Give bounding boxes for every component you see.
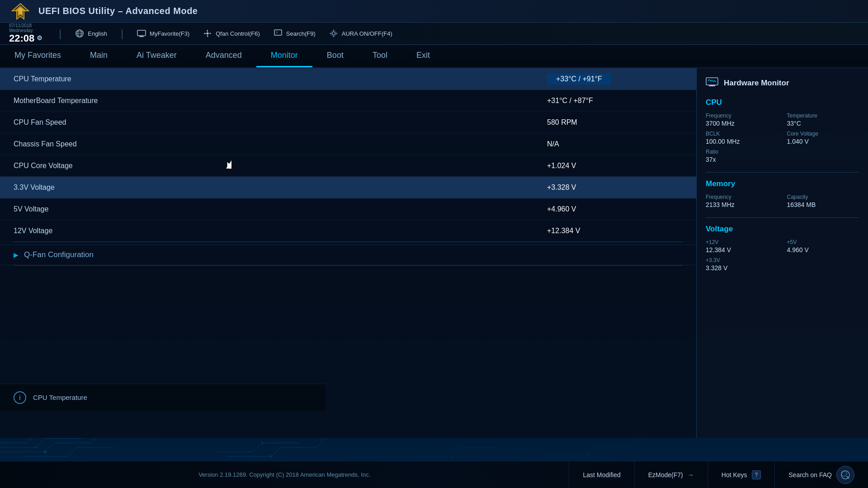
svg-point-0 xyxy=(44,450,47,453)
nav-item-advanced[interactable]: Advanced xyxy=(191,45,256,67)
my-favorite-btn[interactable]: MyFavorite(F3) xyxy=(137,29,189,38)
voltage-fields: +12V 12.384 V +5V 4.960 V +3.3V 3.328 V xyxy=(706,239,859,272)
svg-point-22 xyxy=(332,32,335,35)
svg-line-34 xyxy=(712,80,713,82)
monitor-icon xyxy=(137,29,146,38)
chassis-fan-value: N/A xyxy=(547,140,683,148)
cpu-temp-label: CPU Temperature xyxy=(14,75,547,83)
voltage-section-title: Voltage xyxy=(706,225,859,234)
nav-item-exit[interactable]: Exit xyxy=(402,45,444,67)
svg-point-2 xyxy=(35,446,37,448)
memory-section: Memory Frequency 2133 MHz Capacity 16384… xyxy=(706,179,859,208)
12v-voltage-value: +12.384 V xyxy=(547,227,683,235)
hw-monitor-panel: Hardware Monitor CPU Frequency 3700 MHz … xyxy=(696,68,868,438)
nav-item-tool[interactable]: Tool xyxy=(358,45,402,67)
nav-item-boot[interactable]: Boot xyxy=(312,45,358,67)
memory-fields: Frequency 2133 MHz Capacity 16384 MB xyxy=(706,194,859,208)
v12-field: +12V 12.384 V xyxy=(706,239,778,253)
cpu-bclk-field: BCLK 100.00 MHz xyxy=(706,131,778,145)
datetime: 07/11/2018 Wednesday 22:08 ⚙ xyxy=(9,23,45,44)
hw-monitor-title: Hardware Monitor xyxy=(724,79,789,88)
voltage-section: Voltage +12V 12.384 V +5V 4.960 V +3.3V … xyxy=(706,225,859,272)
svg-line-32 xyxy=(709,80,711,81)
hotkeys-badge: ? xyxy=(752,470,761,479)
row-chassis-fan[interactable]: Chassis Fan Speed N/A xyxy=(0,133,696,155)
ezmode-arrow-icon: → xyxy=(688,471,694,479)
row-12v-voltage[interactable]: 12V Voltage +12.384 V xyxy=(0,220,696,242)
info-bar: i CPU Temperature xyxy=(0,384,326,411)
row-cpu-temp[interactable]: CPU Temperature +33°C / +91°F xyxy=(0,68,696,90)
nav-menu: My Favorites Main Ai Tweaker Advanced Mo… xyxy=(0,45,868,68)
mem-capacity-field: Capacity 16384 MB xyxy=(787,194,859,208)
row-cpu-fan[interactable]: CPU Fan Speed 580 RPM xyxy=(0,112,696,133)
row-3v-voltage[interactable]: 3.3V Voltage +3.328 V xyxy=(0,177,696,198)
hw-divider-2 xyxy=(706,217,859,218)
hotkeys-btn[interactable]: Hot Keys ? xyxy=(708,461,775,488)
info-icon: i xyxy=(14,391,26,404)
nav-item-my-favorites[interactable]: My Favorites xyxy=(0,45,75,67)
svg-text:?: ? xyxy=(276,31,278,34)
svg-point-5 xyxy=(261,442,263,444)
row-mb-temp[interactable]: MotherBoard Temperature +31°C / +87°F xyxy=(0,90,696,112)
cpu-core-voltage-value: 1.040 V xyxy=(787,138,859,145)
fan-icon xyxy=(203,29,212,38)
svg-point-19 xyxy=(207,33,209,35)
5v-voltage-value: +4.960 V xyxy=(547,205,683,213)
v33-label: +3.3V xyxy=(706,257,778,263)
5v-voltage-label: 5V Voltage xyxy=(14,205,547,213)
aura-btn[interactable]: AURA ON/OFF(F4) xyxy=(329,29,392,38)
svg-point-7 xyxy=(587,453,589,455)
search-faq-btn[interactable]: Search on FAQ xyxy=(774,461,868,488)
cpu-bclk-value: 100.00 MHz xyxy=(706,138,778,145)
mem-frequency-field: Frequency 2133 MHz xyxy=(706,194,778,208)
cpu-frequency-label: Frequency xyxy=(706,113,778,119)
v12-label: +12V xyxy=(706,239,778,245)
aura-label: AURA ON/OFF(F4) xyxy=(342,30,392,37)
language-label: English xyxy=(88,30,107,37)
cpu-core-voltage-label: Core Voltage xyxy=(787,131,859,137)
v5-field: +5V 4.960 V xyxy=(787,239,859,253)
mb-temp-value: +31°C / +87°F xyxy=(547,97,683,105)
svg-point-23 xyxy=(330,31,336,37)
cpu-section-title: CPU xyxy=(706,98,859,107)
aura-icon xyxy=(329,29,338,38)
v5-value: 4.960 V xyxy=(787,246,859,253)
footer-buttons: Last Modified EzMode(F7) → Hot Keys ? Se… xyxy=(569,461,868,488)
svg-point-39 xyxy=(841,471,847,476)
settings-icon: ⚙ xyxy=(37,35,42,42)
cpu-temperature-field: Temperature 33°C xyxy=(787,113,859,127)
window-title: UEFI BIOS Utility – Advanced Mode xyxy=(38,6,198,16)
divider-2 xyxy=(14,265,683,266)
svg-line-35 xyxy=(713,80,715,82)
v33-value: 3.328 V xyxy=(706,264,778,272)
last-modified-btn[interactable]: Last Modified xyxy=(569,461,634,488)
footer-version: Version 2.19.1269. Copyright (C) 2018 Am… xyxy=(0,471,569,478)
ezmode-btn[interactable]: EzMode(F7) → xyxy=(634,461,708,488)
nav-item-ai-tweaker[interactable]: Ai Tweaker xyxy=(122,45,191,67)
toolbar: 07/11/2018 Wednesday 22:08 ⚙ | English xyxy=(0,23,868,44)
logo xyxy=(9,2,32,20)
search-btn[interactable]: ? Search(F9) xyxy=(274,29,316,38)
memory-section-title: Memory xyxy=(706,179,859,188)
my-favorite-label: MyFavorite(F3) xyxy=(150,30,189,37)
cpu-ratio-field: Ratio 37x xyxy=(706,149,778,163)
hw-divider-1 xyxy=(706,172,859,173)
cpu-ratio-label: Ratio xyxy=(706,149,778,155)
svg-point-4 xyxy=(270,455,272,457)
qfan-label: Qfan Control(F6) xyxy=(216,30,260,37)
language-selector[interactable]: English xyxy=(75,29,107,38)
row-5v-voltage[interactable]: 5V Voltage +4.960 V xyxy=(0,198,696,220)
row-cpu-voltage[interactable]: CPU Core Voltage +1.024 V xyxy=(0,155,696,177)
monitor-panel: CPU Temperature +33°C / +91°F MotherBoar… xyxy=(0,68,696,438)
3v-voltage-value: +3.328 V xyxy=(547,183,683,192)
version-text: Version 2.19.1269. Copyright (C) 2018 Am… xyxy=(198,471,370,478)
svg-line-31 xyxy=(708,80,709,81)
nav-item-monitor[interactable]: Monitor xyxy=(256,45,312,67)
qfan-config-item[interactable]: ▶ Q-Fan Configuration xyxy=(0,244,696,265)
main-content: CPU Temperature +33°C / +91°F MotherBoar… xyxy=(0,68,868,438)
qfan-btn[interactable]: Qfan Control(F6) xyxy=(203,29,260,38)
nav-item-main[interactable]: Main xyxy=(75,45,122,67)
3v-voltage-label: 3.3V Voltage xyxy=(14,183,547,192)
cpu-bclk-label: BCLK xyxy=(706,131,778,137)
cpu-core-voltage-field: Core Voltage 1.040 V xyxy=(787,131,859,145)
